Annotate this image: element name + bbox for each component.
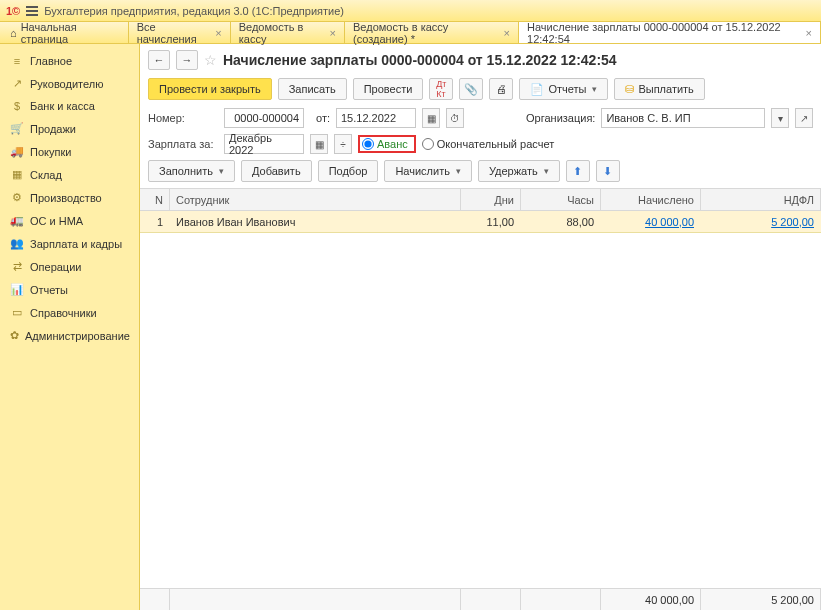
sidebar-item-otchety[interactable]: 📊Отчеты <box>0 278 139 301</box>
gear-icon: ✿ <box>10 329 19 342</box>
favorite-star-icon[interactable]: ☆ <box>204 52 217 68</box>
sidebar-item-bank[interactable]: $Банк и касса <box>0 95 139 117</box>
sidebar-label: Продажи <box>30 123 76 135</box>
btn-label: Заполнить <box>159 165 213 177</box>
avans-radio-input[interactable] <box>362 138 374 150</box>
date-input[interactable]: 15.12.2022 <box>336 108 416 128</box>
table-row[interactable]: 1 Иванов Иван Иванович 11,00 88,00 40 00… <box>140 211 821 233</box>
sidebar-item-proizvodstvo[interactable]: ⚙Производство <box>0 186 139 209</box>
nav-forward-button[interactable]: → <box>176 50 198 70</box>
sidebar-item-pokupki[interactable]: 🚚Покупки <box>0 140 139 163</box>
cell-employee: Иванов Иван Иванович <box>170 211 461 232</box>
col-days[interactable]: Дни <box>461 189 521 210</box>
cell-ndfl-link[interactable]: 5 200,00 <box>771 216 814 228</box>
tab-vedomost-create[interactable]: Ведомость в кассу (создание) * × <box>345 22 519 43</box>
sidebar-item-prodazhi[interactable]: 🛒Продажи <box>0 117 139 140</box>
tab-home[interactable]: ⌂ Начальная страница <box>0 22 129 43</box>
period-input[interactable]: Декабрь 2022 <box>224 134 304 154</box>
reports-icon: 📄 <box>530 83 544 96</box>
tab-all-accruals[interactable]: Все начисления × <box>129 22 231 43</box>
calendar-button[interactable]: ▦ <box>422 108 440 128</box>
otchety-button[interactable]: 📄Отчеты <box>519 78 608 100</box>
money-icon: $ <box>10 100 24 112</box>
tab-label: Ведомость в кассу (создание) * <box>353 21 500 45</box>
period-value: Декабрь 2022 <box>229 132 299 156</box>
print-button[interactable]: 🖨 <box>489 78 513 100</box>
sidebar-label: Главное <box>30 55 72 67</box>
podbor-button[interactable]: Подбор <box>318 160 379 182</box>
uderzhat-button[interactable]: Удержать <box>478 160 560 182</box>
home-icon: ⌂ <box>10 27 17 39</box>
col-n[interactable]: N <box>140 189 170 210</box>
sidebar-item-sklad[interactable]: ▦Склад <box>0 163 139 186</box>
dtkt-icon: ДтКт <box>436 79 446 99</box>
col-hours[interactable]: Часы <box>521 189 601 210</box>
btn-label: Добавить <box>252 165 301 177</box>
grid: N Сотрудник Дни Часы Начислено НДФЛ 1 Ив… <box>140 188 821 610</box>
btn-label: Начислить <box>395 165 450 177</box>
attach-button[interactable]: 📎 <box>459 78 483 100</box>
sidebar-item-zarplata[interactable]: 👥Зарплата и кадры <box>0 232 139 255</box>
avans-highlight: Аванс <box>358 135 416 153</box>
col-accrued[interactable]: Начислено <box>601 189 701 210</box>
clock-button[interactable]: ⏱ <box>446 108 464 128</box>
sidebar-item-operacii[interactable]: ⇄Операции <box>0 255 139 278</box>
sidebar-item-spravochniki[interactable]: ▭Справочники <box>0 301 139 324</box>
tab-label: Начисление зарплаты 0000-000004 от 15.12… <box>527 21 802 45</box>
close-icon[interactable]: × <box>330 27 336 39</box>
provesti-zakryt-button[interactable]: Провести и закрыть <box>148 78 272 100</box>
cell-accrued-link[interactable]: 40 000,00 <box>645 216 694 228</box>
period-calendar-button[interactable]: ▦ <box>310 134 328 154</box>
move-down-button[interactable]: ⬇ <box>596 160 620 182</box>
btn-label: Записать <box>289 83 336 95</box>
nomer-input[interactable]: 0000-000004 <box>224 108 304 128</box>
col-ndfl[interactable]: НДФЛ <box>701 189 821 210</box>
zapisat-button[interactable]: Записать <box>278 78 347 100</box>
sidebar-label: Руководителю <box>30 78 103 90</box>
sidebar-label: Покупки <box>30 146 71 158</box>
okonch-radio[interactable]: Окончательный расчет <box>422 138 554 150</box>
sidebar-item-os-nma[interactable]: 🚛ОС и НМА <box>0 209 139 232</box>
vyplatit-button[interactable]: ⛁Выплатить <box>614 78 704 100</box>
okonch-radio-input[interactable] <box>422 138 434 150</box>
factory-icon: ⚙ <box>10 191 24 204</box>
menu-burger-icon[interactable] <box>26 6 38 16</box>
org-input[interactable]: Иванов С. В. ИП <box>601 108 765 128</box>
footer-ndfl: 5 200,00 <box>701 589 821 610</box>
tab-vedomost-kassu[interactable]: Ведомость в кассу × <box>231 22 345 43</box>
provesti-button[interactable]: Провести <box>353 78 424 100</box>
dobavit-button[interactable]: Добавить <box>241 160 312 182</box>
org-dropdown-button[interactable]: ▾ <box>771 108 789 128</box>
cart-icon: 🛒 <box>10 122 24 135</box>
nachislit-button[interactable]: Начислить <box>384 160 472 182</box>
sidebar-item-admin[interactable]: ✿Администрирование <box>0 324 139 347</box>
tab-label: Все начисления <box>137 21 212 45</box>
sidebar-item-glavnoe[interactable]: ≡Главное <box>0 50 139 72</box>
sidebar-label: Производство <box>30 192 102 204</box>
avans-radio[interactable]: Аванс <box>362 138 408 150</box>
cell-hours: 88,00 <box>521 211 601 232</box>
ot-label: от: <box>310 112 330 124</box>
arrow-down-icon: ⬇ <box>603 165 612 178</box>
titlebar: 1© Бухгалтерия предприятия, редакция 3.0… <box>0 0 821 22</box>
zapolnit-button[interactable]: Заполнить <box>148 160 235 182</box>
cell-n: 1 <box>140 211 170 232</box>
close-icon[interactable]: × <box>806 27 812 39</box>
close-icon[interactable]: × <box>215 27 221 39</box>
btn-label: Провести <box>364 83 413 95</box>
period-nav-button[interactable]: ÷ <box>334 134 352 154</box>
org-open-button[interactable]: ↗ <box>795 108 813 128</box>
clip-icon: 📎 <box>464 83 478 96</box>
zarplata-za-label: Зарплата за: <box>148 138 218 150</box>
book-icon: ▭ <box>10 306 24 319</box>
move-up-button[interactable]: ⬆ <box>566 160 590 182</box>
col-employee[interactable]: Сотрудник <box>170 189 461 210</box>
sidebar-item-rukovoditelyu[interactable]: ↗Руководителю <box>0 72 139 95</box>
dt-kt-button[interactable]: ДтКт <box>429 78 453 100</box>
close-icon[interactable]: × <box>504 27 510 39</box>
tab-nachislenie[interactable]: Начисление зарплаты 0000-000004 от 15.12… <box>519 22 821 43</box>
nav-back-button[interactable]: ← <box>148 50 170 70</box>
operations-icon: ⇄ <box>10 260 24 273</box>
btn-label: Провести и закрыть <box>159 83 261 95</box>
btn-label: Подбор <box>329 165 368 177</box>
